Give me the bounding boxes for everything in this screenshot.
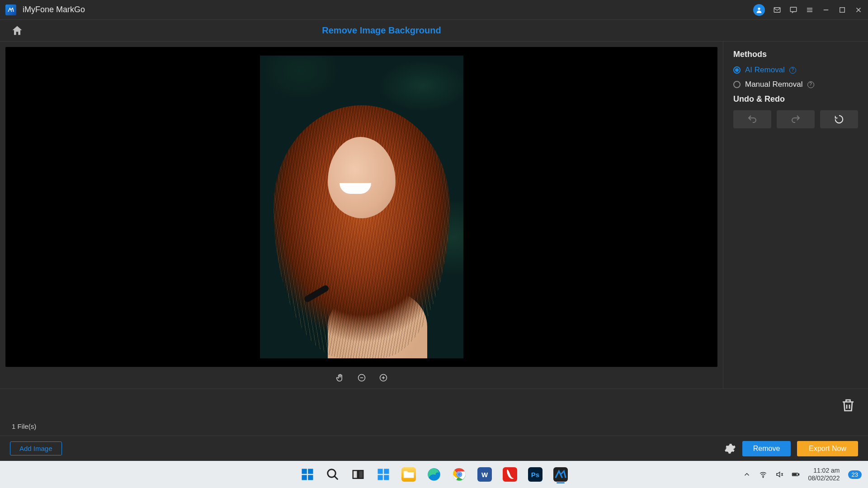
svg-rect-9 [308, 475, 313, 480]
search-icon[interactable] [323, 465, 343, 484]
action-bar: Add Image Remove Export Now [0, 436, 868, 461]
help-icon[interactable]: ? [807, 81, 814, 88]
redo-button[interactable] [777, 110, 815, 128]
edge-icon[interactable] [424, 465, 444, 484]
canvas-tools [5, 367, 717, 389]
delete-icon[interactable] [840, 397, 856, 416]
sidebar: Methods AI Removal ? Manual Removal ? Un… [723, 42, 868, 389]
svg-rect-11 [353, 470, 358, 479]
chrome-icon[interactable] [449, 465, 469, 484]
word-icon[interactable]: W [475, 465, 495, 484]
svg-rect-13 [378, 469, 383, 474]
volume-icon[interactable] [775, 470, 783, 479]
svg-rect-25 [798, 474, 799, 475]
battery-icon[interactable] [792, 470, 800, 479]
zoom-in-icon[interactable] [379, 373, 388, 382]
svg-rect-8 [302, 475, 307, 480]
undo-button[interactable] [733, 110, 771, 128]
account-icon[interactable] [753, 4, 765, 16]
tray-chevron-icon[interactable] [743, 470, 751, 479]
main-area: Methods AI Removal ? Manual Removal ? Un… [0, 42, 868, 389]
svg-rect-6 [302, 469, 307, 474]
pan-hand-icon[interactable] [335, 373, 344, 382]
svg-rect-14 [384, 469, 389, 474]
mail-icon[interactable] [773, 6, 781, 14]
home-icon[interactable] [11, 24, 24, 37]
headerbar: Remove Image Background [0, 20, 868, 42]
app-logo-icon [5, 5, 16, 15]
method-ai-removal[interactable]: AI Removal ? [733, 66, 858, 75]
zoom-out-icon[interactable] [357, 373, 366, 382]
file-count: 1 File(s) [12, 422, 36, 430]
acrobat-icon[interactable] [500, 465, 520, 484]
svg-point-0 [758, 7, 760, 9]
notification-count[interactable]: 23 [848, 470, 862, 479]
svg-rect-3 [840, 7, 845, 12]
svg-point-22 [458, 473, 461, 476]
reset-button[interactable] [820, 110, 858, 128]
widgets-icon[interactable] [373, 465, 393, 484]
settings-icon[interactable] [724, 443, 736, 455]
menu-icon[interactable] [806, 6, 814, 14]
svg-rect-7 [308, 469, 313, 474]
taskbar-clock[interactable]: 11:02 am 08/02/2022 [808, 467, 840, 482]
method-ai-label: AI Removal [745, 66, 785, 75]
undo-redo-heading: Undo & Redo [733, 94, 858, 104]
svg-rect-26 [793, 474, 797, 475]
method-manual-label: Manual Removal [745, 80, 803, 89]
windows-taskbar: W Ps 11:02 am 08/02/2022 23 [0, 461, 868, 488]
task-view-icon[interactable] [348, 465, 368, 484]
svg-rect-15 [378, 475, 383, 480]
wifi-icon[interactable] [759, 470, 767, 479]
titlebar-actions [753, 4, 863, 16]
remove-button[interactable]: Remove [742, 441, 791, 456]
export-now-button[interactable]: Export Now [797, 441, 858, 456]
svg-rect-16 [384, 475, 389, 480]
titlebar: iMyFone MarkGo [0, 0, 868, 20]
canvas-panel [0, 42, 723, 389]
markgo-taskbar-icon[interactable] [551, 465, 571, 484]
close-icon[interactable] [854, 6, 863, 14]
image-canvas[interactable] [5, 47, 717, 367]
svg-rect-12 [359, 470, 363, 479]
system-tray: 11:02 am 08/02/2022 23 [743, 467, 862, 482]
photoshop-icon[interactable]: Ps [525, 465, 545, 484]
page-title: Remove Image Background [322, 25, 441, 36]
help-icon[interactable]: ? [789, 67, 796, 74]
bottom-panel: 1 File(s) Add Image Remove Export Now [0, 389, 868, 461]
loaded-image [260, 56, 463, 358]
thumbnail-strip: 1 File(s) [0, 389, 868, 436]
radio-selected-icon [733, 66, 741, 74]
file-explorer-icon[interactable] [399, 465, 419, 484]
svg-point-10 [328, 469, 336, 478]
svg-point-23 [763, 477, 764, 478]
clock-date: 08/02/2022 [808, 474, 840, 482]
maximize-icon[interactable] [838, 6, 846, 14]
undo-redo-row [733, 110, 858, 128]
start-icon[interactable] [297, 465, 317, 484]
radio-unselected-icon [733, 81, 741, 88]
clock-time: 11:02 am [808, 467, 840, 474]
svg-rect-2 [790, 7, 797, 12]
feedback-icon[interactable] [789, 6, 797, 14]
app-title: iMyFone MarkGo [23, 5, 85, 14]
minimize-icon[interactable] [822, 6, 830, 14]
method-manual-removal[interactable]: Manual Removal ? [733, 80, 858, 89]
add-image-button[interactable]: Add Image [10, 441, 62, 455]
methods-heading: Methods [733, 50, 858, 59]
taskbar-pinned-apps: W Ps [297, 465, 571, 484]
app-window: iMyFone MarkGo [0, 0, 868, 461]
